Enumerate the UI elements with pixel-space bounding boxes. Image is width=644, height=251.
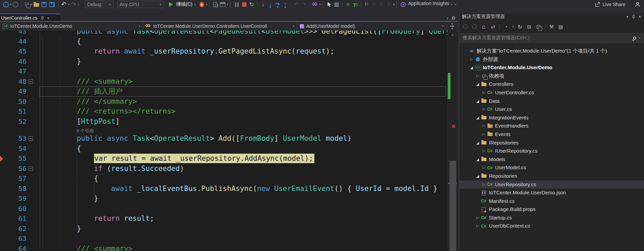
tree-expand-arrow[interactable]: ◢ [475, 139, 480, 147]
syntax-visualizer-button[interactable] [312, 1, 318, 8]
tree-item-repositories[interactable]: ◢Repositories [459, 172, 644, 180]
editor-scrollbar[interactable]: ▲ [447, 31, 458, 251]
new-window-caret[interactable]: ▾ [31, 1, 33, 8]
code-line[interactable]: 61 return result; [0, 214, 447, 224]
nav-undo-button[interactable]: ↶ [293, 1, 300, 8]
collapse-region-box[interactable]: − [29, 136, 33, 141]
explorer-home-button[interactable]: ⌂ [480, 23, 487, 30]
tree-item-usermodel-cs[interactable]: ▷C#UserModel.cs [459, 163, 644, 172]
tree-expand-arrow[interactable]: ▷ [475, 214, 480, 222]
continue-button[interactable]: 继续(C) [169, 1, 194, 8]
code-line[interactable]: 54 { [0, 144, 447, 154]
navigate-forward-button[interactable]: → [12, 1, 19, 8]
live-share-label[interactable]: Live Share [603, 2, 625, 7]
code-line[interactable]: 56− if (result.Succeeded) [0, 164, 447, 174]
next-bookmark-button[interactable]: ⚐ [378, 1, 385, 8]
hot-reload-button[interactable] [198, 1, 205, 8]
tree-expand-arrow[interactable]: ▷ [475, 222, 480, 230]
feedback-button[interactable] [634, 1, 641, 8]
live-share-button[interactable] [594, 1, 601, 8]
tree-item-userrepository-cs[interactable]: ▷C#UserRepository.cs [459, 180, 644, 189]
app-insights-button[interactable] [400, 1, 406, 8]
tree-item--[interactable]: ▷依赖项 [459, 72, 644, 80]
split-window-handle[interactable] [449, 23, 455, 30]
tree-expand-arrow[interactable]: ◢ [475, 80, 480, 89]
hot-reload-caret[interactable]: ▾ [206, 1, 207, 8]
undo-button[interactable]: ↶ [60, 1, 67, 8]
tree-expand-arrow[interactable]: ▷ [481, 130, 486, 139]
code-line[interactable]: 51 /// <returns></returns> [0, 107, 447, 117]
nav-type-dropdown[interactable]: IoTCenter.Module.UserDemo.Controllers.Us… [143, 22, 297, 31]
tree-expand-arrow[interactable]: ◢ [469, 63, 474, 72]
tree-expand-arrow[interactable]: ▷ [481, 180, 486, 189]
panel-dropdown-caret[interactable]: ▾ [627, 15, 628, 19]
tree-expand-arrow[interactable]: ▷ [481, 163, 486, 172]
tree-item-iuserrepository-cs[interactable]: ▷C#IUserRepository.cs [459, 147, 644, 155]
tree-item-startup-cs[interactable]: ▷C#Startup.cs [459, 214, 644, 222]
tree-item-user-cs[interactable]: ▷C#User.cs [459, 105, 644, 114]
code-line[interactable]: 48− /// <summary> [0, 77, 447, 87]
code-line[interactable]: 57 { [0, 174, 447, 184]
code-line[interactable]: 53− public async Task<OperateResult> Add… [0, 134, 447, 144]
find-in-files-button[interactable] [212, 1, 219, 8]
code-line[interactable]: 55 var result = await _userRepository.Ad… [0, 154, 447, 164]
back-dropdown-caret[interactable]: ▾ [10, 1, 12, 8]
show-next-statement-button[interactable]: ↓ [259, 1, 266, 8]
panel-pin-icon[interactable] [632, 15, 635, 19]
tasks-list-button[interactable]: ≡ [345, 1, 351, 8]
continue-caret[interactable]: ▾ [195, 1, 196, 8]
code-line[interactable]: 63 [0, 234, 447, 244]
app-insights-overflow-caret[interactable]: ▾ [455, 1, 456, 8]
close-tab-icon[interactable]: × [47, 16, 50, 21]
codelens-references[interactable]: 0 个引用 [77, 128, 94, 133]
redo-caret[interactable]: ▾ [78, 1, 79, 8]
nav-member-dropdown[interactable]: Add(UserModel model) ▾ [297, 22, 446, 31]
code-line[interactable]: 47 [0, 66, 447, 77]
sync-with-active-document-button[interactable]: ⇄ [490, 23, 496, 30]
code-line[interactable]: 45 return await _userRepository.GetPaged… [0, 46, 447, 57]
tasks-history-button[interactable]: ⁊≡ [352, 1, 359, 8]
tree-expand-arrow[interactable]: ◢ [475, 97, 480, 105]
tree-item-events[interactable]: ▷Events [459, 130, 644, 139]
show-all-files-button[interactable] [535, 23, 542, 30]
code-line[interactable]: 46 } [0, 57, 447, 67]
properties-wrench-button[interactable]: ⚒ [548, 23, 555, 30]
tree-expand-arrow[interactable]: ◢ [475, 172, 480, 180]
code-line[interactable]: 44 { [0, 37, 447, 47]
debug-configuration-combo[interactable]: Debug▾ [85, 1, 113, 8]
step-over-button[interactable]: ↷ [274, 1, 281, 8]
tab-usercontroller[interactable]: UserController.cs × [0, 14, 60, 22]
tree-item--iotcenter-module-userdemo-1-1-[interactable]: ∞解决方案"IoTCenter.Module.UserDemo"(1 个项目/共… [459, 47, 644, 55]
tree-item-controllers[interactable]: ◢Controllers [459, 80, 644, 89]
tree-item-iotcenter-module-userdemo-json[interactable]: {}IoTCenter.Module.UserDemo.json [459, 189, 644, 197]
tree-expand-arrow[interactable]: ▷ [481, 147, 486, 155]
undo-caret[interactable]: ▾ [68, 1, 70, 8]
solution-search-box[interactable]: 搜索解决方案资源管理器(Ctrl+;) ▾ [459, 33, 644, 43]
preview-selected-items-button[interactable]: ▤ [557, 23, 564, 30]
tree-item-iotcenter-module-userdemo[interactable]: ◢C#IoTCenter.Module.UserDemo [459, 63, 644, 72]
previous-bookmark-button[interactable]: ⚐ [371, 1, 378, 8]
syntax-visualizer-caret[interactable]: ▾ [319, 1, 321, 8]
tree-expand-arrow[interactable]: ▷ [475, 72, 480, 80]
tree-item-models[interactable]: ◢Models [459, 155, 644, 164]
tree-item-irepositories[interactable]: ◢IRepositories [459, 139, 644, 147]
editor-settings-gear-icon[interactable]: ⚙ [451, 15, 456, 21]
tree-item-eventhandlers[interactable]: ▷EventHandlers [459, 122, 644, 130]
code-line[interactable]: 64 /// <summary> [0, 244, 447, 251]
collapse-all-button[interactable]: ⊟ [526, 23, 533, 30]
explorer-back-button[interactable]: ← [462, 23, 469, 30]
collapse-region-box[interactable]: − [29, 79, 33, 84]
redo-button[interactable]: ↷ [70, 1, 77, 8]
platform-combo[interactable]: Any CPU▾ [117, 1, 164, 8]
tree-expand-arrow[interactable]: ▷ [481, 122, 486, 130]
refresh-button[interactable]: ↻ [517, 23, 523, 30]
inspect-element-button[interactable] [326, 1, 333, 8]
toggle-bookmark-button[interactable]: ⚐ [363, 1, 370, 8]
code-line[interactable]: 60 [0, 204, 447, 214]
document-outline-button[interactable]: ▥ [333, 1, 340, 8]
toolbar-drag-handle[interactable] [396, 1, 398, 7]
restart-button[interactable]: ↻ [248, 1, 255, 8]
scrollbar-thumb[interactable] [449, 161, 456, 251]
clear-bookmarks-button[interactable]: ⚐ [386, 1, 392, 8]
tree-item-package-build-props[interactable]: Package.Build.props [459, 205, 644, 214]
